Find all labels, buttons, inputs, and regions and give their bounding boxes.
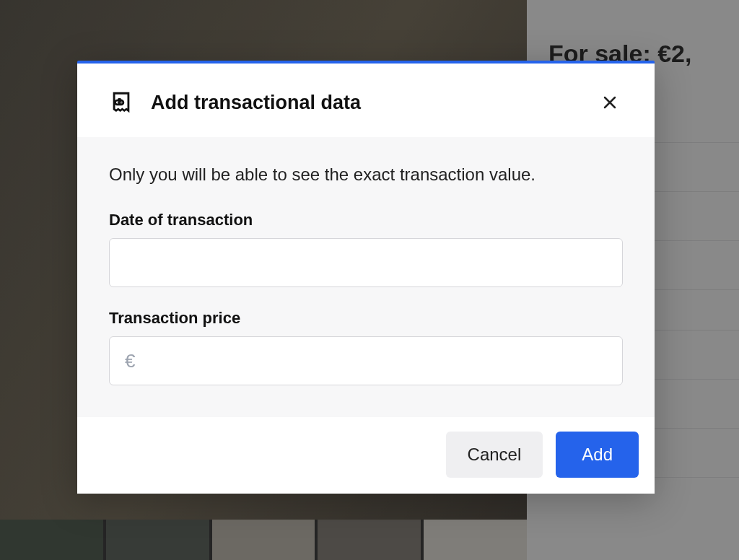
modal-body: Only you will be able to see the exact t…	[77, 137, 655, 417]
add-button[interactable]: Add	[556, 432, 639, 478]
add-transaction-modal: $ Add transactional data Only you will b…	[77, 61, 655, 494]
svg-text:$: $	[118, 97, 123, 105]
cancel-button[interactable]: Cancel	[446, 432, 543, 478]
modal-title: Add transactional data	[151, 92, 580, 114]
price-input[interactable]	[109, 336, 623, 385]
price-label: Transaction price	[109, 309, 623, 328]
close-icon	[601, 94, 618, 111]
receipt-icon: $	[109, 90, 134, 115]
date-label: Date of transaction	[109, 211, 623, 229]
date-input[interactable]	[109, 238, 623, 287]
modal-description: Only you will be able to see the exact t…	[109, 163, 623, 186]
modal-header: $ Add transactional data	[77, 64, 655, 137]
date-field: Date of transaction	[109, 211, 623, 287]
modal-footer: Cancel Add	[77, 417, 655, 494]
close-button[interactable]	[597, 89, 623, 115]
price-field: Transaction price €	[109, 309, 623, 385]
